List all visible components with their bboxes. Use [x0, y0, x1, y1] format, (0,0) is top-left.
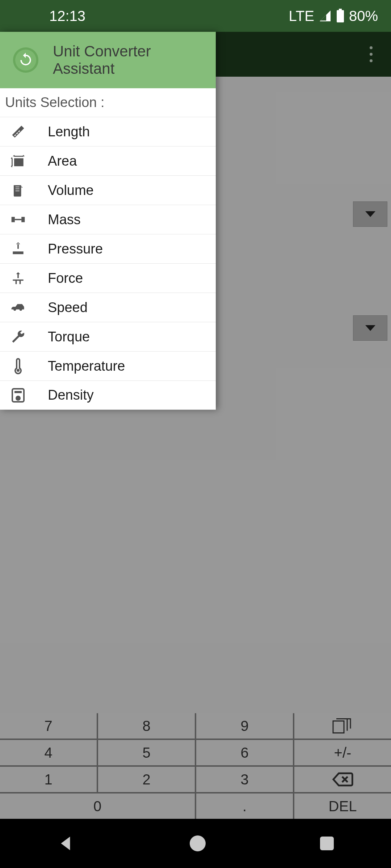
nav-back-button[interactable] — [57, 834, 75, 852]
key-sign[interactable]: +/- — [294, 740, 391, 765]
units-list: Length Area Volume Mass Pressure Force S… — [0, 117, 216, 410]
keypad: 7 8 9 4 5 6 +/- 1 2 3 0 . DEL — [0, 713, 391, 819]
unit-item-mass[interactable]: Mass — [0, 205, 216, 234]
refresh-icon — [18, 52, 34, 68]
unit-item-speed[interactable]: Speed — [0, 293, 216, 322]
key-9[interactable]: 9 — [196, 713, 293, 739]
dumbbell-icon — [9, 211, 27, 228]
key-5[interactable]: 5 — [98, 740, 195, 765]
key-del[interactable]: DEL — [294, 793, 391, 819]
unit-label: Mass — [48, 212, 81, 227]
density-icon — [9, 387, 27, 404]
svg-rect-5 — [21, 217, 25, 222]
unit-label: Force — [48, 271, 83, 286]
key-4[interactable]: 4 — [0, 740, 97, 765]
unit-item-torque[interactable]: Torque — [0, 322, 216, 351]
unit-label: Temperature — [48, 358, 125, 374]
key-2[interactable]: 2 — [98, 767, 195, 792]
wrench-icon — [9, 328, 27, 345]
unit-label: Volume — [48, 183, 94, 198]
unit-item-area[interactable]: Area — [0, 146, 216, 175]
unit-item-force[interactable]: Force — [0, 263, 216, 293]
clock: 12:13 — [49, 8, 85, 24]
thermometer-icon — [9, 357, 27, 375]
svg-point-10 — [16, 396, 21, 401]
unit-item-density[interactable]: Density — [0, 380, 216, 410]
key-1[interactable]: 1 — [0, 767, 97, 792]
svg-rect-3 — [14, 158, 24, 166]
area-icon — [9, 152, 27, 170]
unit-item-temperature[interactable]: Temperature — [0, 351, 216, 380]
key-3[interactable]: 3 — [196, 767, 293, 792]
key-dot[interactable]: . — [196, 793, 293, 819]
svg-rect-1 — [339, 9, 342, 11]
svg-point-7 — [17, 369, 20, 372]
key-backspace[interactable] — [294, 767, 391, 792]
unit-item-length[interactable]: Length — [0, 117, 216, 146]
car-icon — [9, 299, 27, 316]
svg-rect-2 — [337, 12, 343, 22]
svg-rect-4 — [12, 217, 15, 222]
unit-item-pressure[interactable]: Pressure — [0, 234, 216, 263]
battery-icon — [336, 9, 345, 23]
unit-item-volume[interactable]: Volume — [0, 175, 216, 205]
system-nav-bar — [0, 819, 391, 868]
drawer-header: Unit Converter Assistant — [0, 32, 216, 88]
key-6[interactable]: 6 — [196, 740, 293, 765]
unit-label: Area — [48, 153, 77, 169]
app-title: Unit Converter Assistant — [53, 43, 216, 77]
backspace-icon — [332, 771, 354, 788]
clipboard-icon — [332, 717, 354, 735]
key-clipboard[interactable] — [294, 713, 391, 739]
unit-label: Pressure — [48, 241, 103, 257]
ruler-icon — [9, 123, 27, 140]
status-bar: 12:13 LTE 80% — [0, 0, 391, 32]
beaker-icon — [9, 182, 27, 199]
unit-label: Torque — [48, 329, 90, 345]
svg-rect-9 — [14, 391, 22, 393]
signal-icon — [319, 9, 332, 22]
network-label: LTE — [289, 8, 314, 24]
app-logo — [13, 47, 38, 73]
key-0[interactable]: 0 — [0, 793, 195, 819]
unit-label: Density — [48, 387, 94, 403]
unit-label: Length — [48, 124, 90, 140]
force-icon — [9, 269, 27, 287]
navigation-drawer: Unit Converter Assistant Units Selection… — [0, 32, 216, 410]
status-indicators: LTE 80% — [289, 8, 378, 24]
unit-label: Speed — [48, 300, 88, 315]
pressure-icon — [9, 240, 27, 258]
key-7[interactable]: 7 — [0, 713, 97, 739]
battery-label: 80% — [349, 8, 378, 24]
nav-recent-button[interactable] — [320, 837, 334, 850]
svg-rect-6 — [15, 219, 21, 220]
section-label: Units Selection : — [0, 88, 216, 117]
key-8[interactable]: 8 — [98, 713, 195, 739]
nav-home-button[interactable] — [190, 835, 206, 851]
